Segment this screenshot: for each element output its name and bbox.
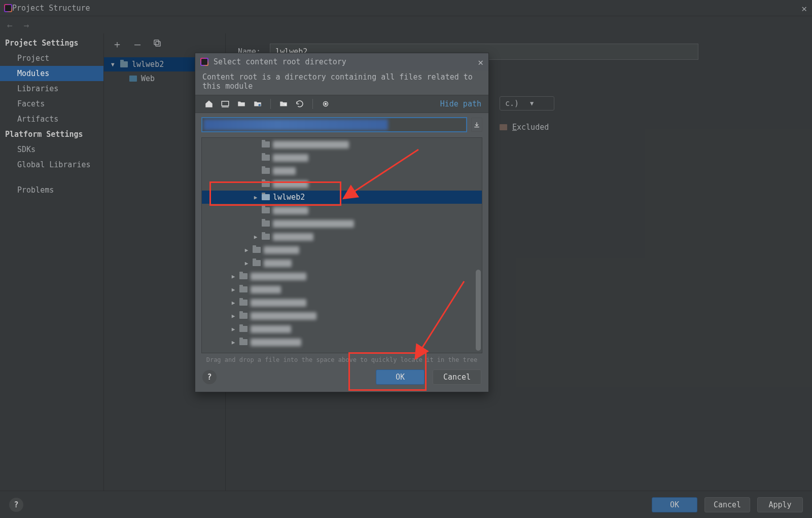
tree-expand-icon[interactable]: ▶: [230, 339, 236, 346]
dialog-app-icon: [200, 58, 208, 66]
tree-expand-icon[interactable]: ▶: [230, 300, 236, 306]
tree-row-label-obscured: [251, 286, 281, 293]
tree-expand-icon[interactable]: ▶: [230, 286, 236, 293]
dialog-close-icon[interactable]: ✕: [478, 57, 483, 67]
file-chooser-toolbar: + Hide path: [195, 95, 488, 113]
module-folder-icon[interactable]: [251, 97, 264, 110]
folder-icon: [239, 273, 248, 279]
tree-expand-icon[interactable]: ▶: [243, 260, 250, 267]
tree-row[interactable]: [202, 204, 482, 217]
folder-icon: [239, 339, 248, 345]
tree-row-label-obscured: [251, 273, 306, 280]
folder-icon: [262, 234, 270, 240]
tree-row-label-obscured: [251, 299, 306, 307]
folder-icon: [262, 168, 270, 174]
dialog-help-icon[interactable]: ?: [202, 370, 217, 384]
dialog-hint: Drag and drop a file into the space abov…: [195, 353, 488, 365]
path-history-icon[interactable]: [471, 118, 482, 132]
project-folder-icon[interactable]: [235, 97, 248, 110]
dialog-ok-button[interactable]: OK: [376, 369, 425, 385]
tree-row[interactable]: ▶: [202, 243, 482, 256]
folder-icon: [239, 313, 248, 319]
tree-row[interactable]: ▶: [202, 296, 482, 309]
tree-row-label-obscured: [273, 220, 354, 228]
tree-row[interactable]: [202, 138, 482, 151]
tree-row-label-obscured: [273, 141, 349, 149]
tree-expand-icon[interactable]: ▶: [230, 326, 236, 332]
svg-point-4: [259, 104, 261, 106]
tree-row[interactable]: ▶: [202, 270, 482, 283]
tree-row-label: lwlweb2: [273, 193, 305, 202]
desktop-icon[interactable]: [219, 97, 232, 110]
folder-icon: [262, 220, 270, 227]
tree-row[interactable]: ▶: [202, 336, 482, 349]
refresh-icon[interactable]: [293, 97, 306, 110]
svg-text:+: +: [285, 102, 287, 107]
folder-icon: [262, 207, 270, 213]
dialog-subtitle: Content root is a directory containing a…: [195, 70, 488, 95]
folder-icon: [262, 155, 270, 161]
tree-row[interactable]: [202, 217, 482, 230]
svg-point-7: [325, 103, 327, 105]
path-input[interactable]: [201, 117, 467, 132]
tree-row-label-obscured: [264, 246, 299, 254]
modal-overlay: Select content root directory ✕ Content …: [0, 0, 812, 518]
tree-expand-icon[interactable]: ▶: [230, 273, 236, 280]
dialog-cancel-button[interactable]: Cancel: [433, 369, 481, 385]
folder-icon: [253, 260, 261, 266]
svg-rect-2: [222, 101, 229, 106]
tree-row[interactable]: [202, 164, 482, 177]
tree-row-label-obscured: [273, 207, 308, 214]
tree-row-label-obscured: [264, 260, 292, 267]
folder-icon: [239, 286, 248, 292]
tree-row-label-obscured: [273, 233, 313, 241]
tree-row-label-obscured: [251, 312, 316, 320]
tree-expand-icon[interactable]: ▶: [230, 313, 236, 319]
folder-icon: [262, 141, 270, 147]
tree-row[interactable]: [202, 177, 482, 191]
tree-expand-icon[interactable]: ▶: [253, 194, 259, 201]
folder-icon: [239, 300, 248, 306]
folder-icon: [253, 247, 261, 253]
tree-expand-icon[interactable]: ▶: [253, 234, 259, 240]
tree-row-label-obscured: [251, 339, 301, 346]
new-folder-icon[interactable]: +: [277, 97, 290, 110]
tree-scrollbar[interactable]: [476, 270, 481, 351]
tree-row-selected-folder[interactable]: ▶lwlweb2: [202, 191, 482, 204]
tree-row-label-obscured: [251, 325, 291, 333]
tree-row[interactable]: ▶: [202, 322, 482, 336]
select-content-root-dialog: Select content root directory ✕ Content …: [195, 53, 489, 392]
tree-row[interactable]: ▶: [202, 309, 482, 322]
home-icon[interactable]: [202, 97, 216, 110]
hide-path-link[interactable]: Hide path: [440, 99, 481, 108]
directory-tree[interactable]: ▶lwlweb2▶▶▶▶▶▶▶▶▶: [201, 137, 482, 353]
tree-row[interactable]: ▶: [202, 283, 482, 296]
folder-icon: [262, 194, 270, 200]
tree-row[interactable]: ▶: [202, 230, 482, 243]
path-input-obscured: [203, 119, 388, 130]
tree-row-label-obscured: [273, 180, 308, 188]
tree-row-label-obscured: [273, 167, 296, 175]
show-hidden-icon[interactable]: [319, 97, 332, 110]
tree-expand-icon[interactable]: ▶: [243, 247, 250, 253]
folder-icon: [239, 326, 248, 332]
tree-row[interactable]: [202, 151, 482, 164]
tree-row-label-obscured: [273, 154, 308, 162]
folder-icon: [262, 181, 270, 187]
dialog-title: Select content root directory: [214, 57, 473, 66]
tree-row[interactable]: ▶: [202, 256, 482, 270]
